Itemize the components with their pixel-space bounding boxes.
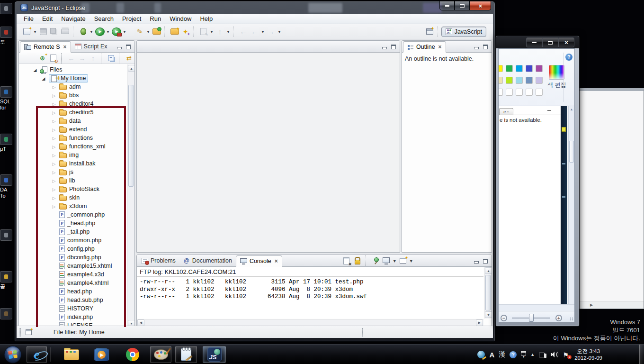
new-folder-wizard-button[interactable] (169, 26, 180, 37)
tree-folder-row[interactable]: lib (19, 176, 134, 185)
new-connection-button[interactable] (37, 53, 48, 64)
desktop-icon[interactable] (0, 229, 14, 242)
menu-item[interactable]: Navigate (57, 14, 89, 23)
open-console-button[interactable] (397, 255, 408, 266)
show-hidden-icons[interactable]: ▲ (530, 352, 535, 357)
scrollbar-thumb[interactable] (485, 275, 491, 310)
color-swatch[interactable] (498, 65, 503, 72)
empty-color-swatch[interactable] (536, 89, 543, 96)
expander-icon[interactable] (51, 92, 57, 99)
tree-file-row[interactable]: HISTORY (19, 304, 134, 313)
expander-icon[interactable] (51, 100, 57, 107)
tree-row-files-root[interactable]: Files (19, 65, 134, 74)
desktop-icon[interactable]: μT (0, 134, 14, 152)
volume-icon[interactable] (551, 351, 558, 358)
perspective-javascript-button[interactable]: JavaScript (441, 27, 486, 37)
fastview-icon[interactable] (26, 329, 32, 335)
menu-item[interactable]: Search (90, 14, 118, 23)
console-vertical-scrollbar[interactable]: ▲ ▼ (484, 267, 492, 318)
new-web-wizard-button[interactable] (180, 26, 191, 37)
tree-folder-row[interactable]: cheditor4 (19, 100, 134, 108)
color-swatch[interactable] (526, 77, 533, 84)
up-button[interactable] (88, 53, 98, 64)
scrollbar-thumb[interactable] (128, 85, 134, 187)
minimize-button[interactable] (439, 1, 455, 10)
taskbar-media-player[interactable] (92, 346, 111, 363)
tree-folder-row[interactable]: data (19, 117, 134, 125)
dropdown-caret[interactable] (408, 255, 414, 266)
scroll-up-icon[interactable]: ▲ (485, 267, 492, 274)
desktop-icon[interactable]: SQL for (0, 86, 14, 111)
expander-icon[interactable] (32, 66, 38, 73)
menu-item[interactable]: Edit (38, 14, 57, 23)
run-external-button[interactable] (111, 26, 122, 37)
color-swatch[interactable] (516, 77, 523, 84)
zoom-in-button[interactable]: + (555, 315, 562, 321)
color-swatch[interactable] (506, 77, 513, 84)
menu-item[interactable]: Run (145, 14, 165, 23)
expander-icon[interactable] (51, 143, 57, 150)
dropdown-caret[interactable] (392, 255, 397, 266)
network-icon[interactable] (539, 352, 546, 358)
tab-remote-systems[interactable]: Remote S × (20, 41, 71, 53)
tree-folder-row[interactable]: bbs (19, 91, 134, 100)
dropdown-caret[interactable] (209, 26, 215, 37)
scroll-lock-button[interactable] (352, 255, 363, 266)
empty-color-swatch[interactable] (498, 89, 503, 96)
expander-icon[interactable] (41, 75, 46, 82)
close-button[interactable]: × (558, 37, 574, 47)
pin-console-button[interactable] (370, 255, 381, 266)
background-window[interactable]: ▶ (579, 88, 644, 309)
display-console-button[interactable] (381, 255, 392, 266)
desktop-icon[interactable]: DA To (0, 174, 14, 199)
tab-problems[interactable]: Problems (138, 255, 179, 266)
expander-icon[interactable] (51, 135, 57, 141)
tree-folder-row[interactable]: img (19, 151, 134, 159)
expander-icon[interactable] (51, 152, 57, 158)
tab-console[interactable]: Console × (236, 255, 282, 267)
expander-icon[interactable] (51, 186, 57, 192)
console-horizontal-scrollbar[interactable]: ◀ ▶ (137, 319, 483, 326)
tree-folder-row[interactable]: functions (19, 134, 134, 142)
editor-empty-content[interactable] (137, 53, 400, 252)
tree-vertical-scrollbar[interactable]: ▲ ▼ (127, 64, 134, 327)
tree-folder-row[interactable]: adm (19, 82, 134, 91)
run-button[interactable] (94, 26, 105, 37)
expander-icon[interactable] (51, 203, 57, 209)
tree-folder-row[interactable]: cheditor5 (19, 108, 134, 117)
dropdown-caret[interactable] (105, 26, 111, 37)
tree-folder-row[interactable]: extend (19, 125, 134, 134)
expander-icon[interactable] (51, 160, 57, 167)
link-editor-button[interactable] (124, 53, 134, 64)
dropdown-caret[interactable] (260, 26, 266, 37)
empty-color-swatch[interactable] (506, 89, 513, 96)
up-navigation-button[interactable] (215, 26, 225, 37)
open-resource-button[interactable] (151, 26, 162, 37)
minimize-view-button[interactable] (381, 44, 388, 50)
dropdown-caret[interactable] (277, 26, 282, 37)
save-button[interactable] (38, 26, 49, 37)
zoom-slider-thumb[interactable] (529, 314, 534, 322)
dropdown-caret[interactable] (225, 26, 231, 37)
tree-file-row[interactable]: example15.xhtml (19, 262, 134, 270)
search-button[interactable] (134, 26, 145, 37)
ime-toolbar-icon[interactable]: ▼ (521, 351, 526, 358)
maximize-view-button[interactable] (125, 44, 132, 50)
tree-file-row[interactable]: example4.xhtml (19, 279, 134, 287)
expander-icon[interactable] (51, 118, 57, 124)
forward-button[interactable] (77, 53, 88, 64)
desktop-icon[interactable] (0, 3, 14, 15)
ime-mode-a[interactable]: A (489, 351, 494, 359)
color-swatch[interactable] (526, 65, 533, 72)
tab-outline[interactable]: Outline × (403, 41, 446, 53)
maximize-view-button[interactable] (482, 44, 489, 50)
open-perspective-icon[interactable] (426, 28, 433, 35)
empty-color-swatch[interactable] (516, 89, 523, 96)
taskbar-notepad[interactable] (175, 346, 197, 363)
menu-item[interactable]: File (19, 14, 38, 23)
paint-horizontal-scrollbar[interactable] (499, 304, 574, 311)
tree-row-my-home[interactable]: My Home (19, 74, 134, 82)
color-swatch[interactable] (516, 65, 523, 72)
show-desktop-button[interactable] (639, 345, 644, 364)
color-swatch[interactable] (506, 65, 513, 72)
